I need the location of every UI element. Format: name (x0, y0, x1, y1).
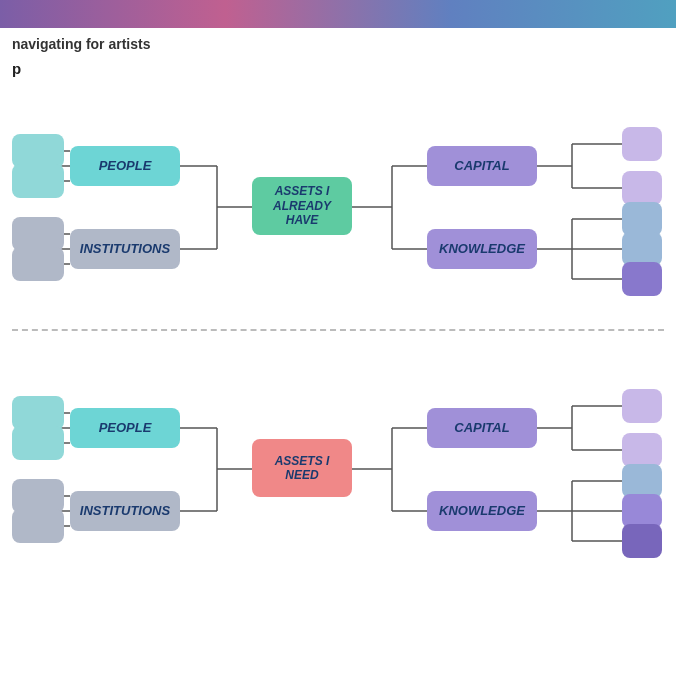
institutions-node-1[interactable]: INSTITUTIONS (70, 229, 180, 269)
leaf-1-bot-1 (12, 217, 64, 251)
diagram-section-1: PEOPLE INSTITUTIONS ASSETS I ALREADY HAV… (0, 81, 676, 317)
leaf-1-kno-2 (622, 232, 662, 266)
section-divider (12, 329, 664, 331)
leaf-2-kno-3 (622, 524, 662, 558)
leaf-2-kno-1 (622, 464, 662, 498)
leaf-2-top-2 (12, 426, 64, 460)
knowledge-node-1[interactable]: KNOWLEDGE (427, 229, 537, 269)
diagram-2: PEOPLE INSTITUTIONS ASSETS I NEED CAPITA… (12, 351, 662, 571)
diagram-section-2: PEOPLE INSTITUTIONS ASSETS I NEED CAPITA… (0, 343, 676, 579)
leaf-1-top-2 (12, 164, 64, 198)
section-label: p (0, 56, 676, 81)
leaf-1-top-1 (12, 134, 64, 168)
leaf-2-bot-1 (12, 479, 64, 513)
center-node-1[interactable]: ASSETS I ALREADY HAVE (252, 177, 352, 235)
leaf-2-cap-1 (622, 389, 662, 423)
capital-node-2[interactable]: CAPITAL (427, 408, 537, 448)
institutions-node-2[interactable]: INSTITUTIONS (70, 491, 180, 531)
leaf-2-top-1 (12, 396, 64, 430)
center-node-2[interactable]: ASSETS I NEED (252, 439, 352, 497)
capital-node-1[interactable]: CAPITAL (427, 146, 537, 186)
leaf-2-bot-2 (12, 509, 64, 543)
leaf-1-kno-3 (622, 262, 662, 296)
people-node-1[interactable]: PEOPLE (70, 146, 180, 186)
leaf-2-cap-2 (622, 433, 662, 467)
leaf-1-cap-2 (622, 171, 662, 205)
leaf-1-bot-2 (12, 247, 64, 281)
people-node-2[interactable]: PEOPLE (70, 408, 180, 448)
knowledge-node-2[interactable]: KNOWLEDGE (427, 491, 537, 531)
page-title: navigating for artists (0, 28, 676, 56)
leaf-2-kno-2 (622, 494, 662, 528)
diagram-1: PEOPLE INSTITUTIONS ASSETS I ALREADY HAV… (12, 89, 662, 309)
header-bar (0, 0, 676, 28)
leaf-1-cap-1 (622, 127, 662, 161)
leaf-1-kno-1 (622, 202, 662, 236)
